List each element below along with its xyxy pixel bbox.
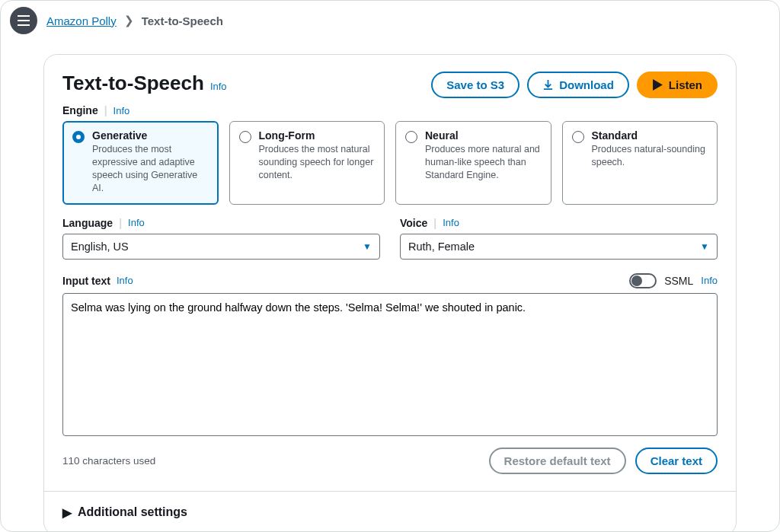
radio-icon (405, 131, 417, 143)
chevron-right-icon: ❯ (124, 14, 134, 27)
svg-rect-1 (18, 20, 30, 21)
input-text-area[interactable] (62, 293, 718, 436)
radio-icon (72, 131, 85, 143)
play-icon (652, 79, 663, 91)
download-icon (542, 79, 554, 91)
triangle-right-icon: ▶ (62, 505, 72, 520)
title-info-link[interactable]: Info (210, 81, 227, 92)
download-button[interactable]: Download (527, 72, 629, 98)
engine-option-standard[interactable]: Standard Produces natural-sounding speec… (562, 121, 718, 205)
char-count: 110 characters used (62, 455, 155, 467)
additional-settings-expander[interactable]: ▶ Additional settings (62, 492, 718, 520)
additional-settings-label: Additional settings (78, 505, 187, 519)
download-label: Download (559, 78, 614, 91)
caret-down-icon: ▼ (363, 241, 372, 252)
breadcrumb-current: Text-to-Speech (142, 14, 223, 27)
ssml-info-link[interactable]: Info (701, 275, 718, 286)
radio-icon (572, 131, 584, 143)
ssml-label: SSML (664, 275, 693, 287)
engine-label: Engine (62, 104, 98, 116)
engine-title: Generative (92, 129, 209, 142)
menu-button[interactable] (10, 7, 37, 34)
voice-label: Voice (400, 217, 427, 229)
listen-button[interactable]: Listen (637, 72, 718, 98)
ssml-toggle[interactable] (629, 273, 657, 288)
restore-label: Restore default text (504, 454, 611, 467)
svg-rect-0 (18, 15, 30, 17)
engine-desc: Produces more natural and human-like spe… (425, 143, 542, 182)
engine-info-link[interactable]: Info (113, 105, 130, 116)
breadcrumb: Amazon Polly ❯ Text-to-Speech (46, 14, 223, 27)
breadcrumb-root-link[interactable]: Amazon Polly (46, 14, 117, 27)
language-info-link[interactable]: Info (128, 217, 145, 228)
voice-info-link[interactable]: Info (443, 217, 459, 228)
toggle-knob (631, 276, 642, 286)
language-value: English, US (71, 241, 129, 253)
engine-title: Neural (425, 129, 542, 142)
language-label: Language (62, 217, 113, 229)
clear-label: Clear text (651, 454, 702, 467)
input-text-info-link[interactable]: Info (117, 275, 133, 286)
engine-title: Standard (592, 129, 708, 142)
engine-desc: Produces the most expressive and adaptiv… (92, 143, 209, 195)
caret-down-icon: ▼ (700, 241, 709, 252)
save-label: Save to S3 (446, 78, 504, 91)
main-panel: Text-to-Speech Info Save to S3 Download … (43, 54, 737, 532)
restore-default-button[interactable]: Restore default text (489, 448, 626, 474)
radio-icon (239, 131, 251, 143)
language-select[interactable]: English, US ▼ (62, 234, 380, 260)
voice-select[interactable]: Ruth, Female ▼ (400, 234, 718, 260)
engine-option-neural[interactable]: Neural Produces more natural and human-l… (395, 121, 551, 205)
save-to-s3-button[interactable]: Save to S3 (431, 72, 519, 98)
clear-text-button[interactable]: Clear text (635, 448, 718, 474)
svg-rect-2 (18, 24, 30, 26)
input-text-label: Input text (62, 275, 110, 287)
voice-value: Ruth, Female (408, 241, 475, 253)
engine-option-longform[interactable]: Long-Form Produces the most natural soun… (229, 121, 385, 205)
hamburger-icon (18, 15, 30, 26)
engine-desc: Produces the most natural sounding speec… (259, 143, 376, 182)
engine-option-generative[interactable]: Generative Produces the most expressive … (62, 121, 219, 205)
listen-label: Listen (669, 78, 702, 91)
page-title: Text-to-Speech (62, 72, 204, 95)
engine-desc: Produces natural-sounding speech. (592, 143, 708, 169)
engine-title: Long-Form (259, 129, 376, 142)
